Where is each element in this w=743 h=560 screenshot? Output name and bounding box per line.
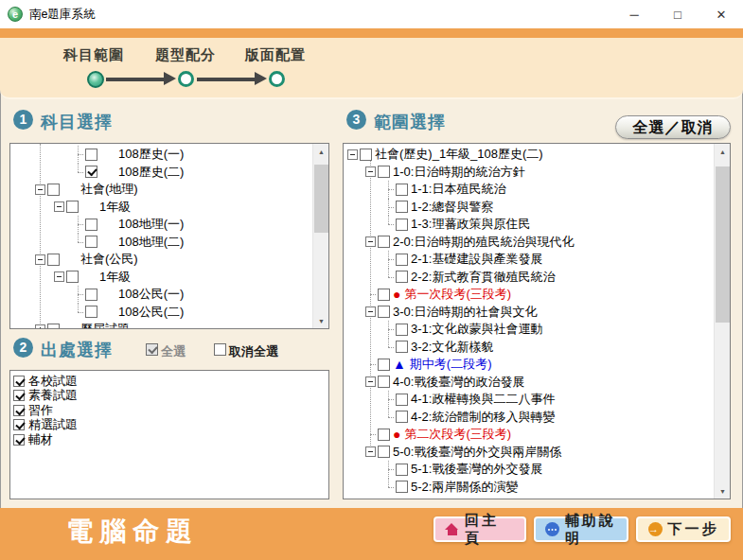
list-item[interactable]: 習作 xyxy=(10,403,328,418)
list-item[interactable]: 精選試題 xyxy=(10,418,328,433)
tree-label[interactable]: 4-1:政權轉換與二二八事件 xyxy=(411,391,555,408)
expand-toggle-icon[interactable] xyxy=(54,201,64,212)
tree-label[interactable]: 1-1:日本殖民統治 xyxy=(411,181,505,198)
tree-label[interactable]: 社會(地理) xyxy=(80,181,138,198)
tree-row[interactable]: 108歷史(一) xyxy=(10,146,312,164)
scroll-down-icon[interactable]: ▼ xyxy=(313,313,329,328)
tree-row[interactable]: 3-1:文化啟蒙與社會運動 xyxy=(344,321,714,339)
checkbox[interactable] xyxy=(47,324,60,328)
tree-row[interactable]: 歷屆試題 xyxy=(10,321,312,328)
checkbox[interactable] xyxy=(396,394,408,406)
expand-toggle-icon[interactable] xyxy=(365,446,376,457)
tree-row[interactable]: 108公民(二) xyxy=(10,304,312,322)
tree-label[interactable]: 108歷史(二) xyxy=(118,164,184,181)
tree-label[interactable]: 4-0:戰後臺灣的政治發展 xyxy=(393,374,524,391)
minimize-icon[interactable]: ─ xyxy=(612,0,656,28)
checkbox[interactable] xyxy=(378,376,390,388)
list-item[interactable]: 輔材 xyxy=(10,432,328,447)
tree-row[interactable]: 社會(地理) xyxy=(10,181,312,199)
tree-row[interactable]: 5-1:戰後臺灣的外交發展 xyxy=(344,461,714,479)
scroll-up-icon[interactable]: ▲ xyxy=(313,144,329,159)
tree-row[interactable]: 1年級 xyxy=(10,269,312,287)
checkbox[interactable] xyxy=(378,359,390,371)
expand-toggle-icon[interactable] xyxy=(35,324,45,328)
checkbox[interactable] xyxy=(85,306,97,318)
expand-toggle-icon[interactable] xyxy=(347,149,358,160)
scroll-up-icon[interactable]: ▲ xyxy=(715,144,731,159)
checkbox[interactable] xyxy=(396,271,408,283)
checkbox[interactable] xyxy=(396,411,408,423)
tree-row[interactable]: 1-1:日本殖民統治 xyxy=(344,181,714,199)
close-icon[interactable]: ✕ xyxy=(699,0,743,28)
tree-row[interactable]: 3-0:日治時期的社會與文化 xyxy=(344,304,714,322)
checkbox[interactable] xyxy=(378,236,390,248)
tree-label[interactable]: 1年級 xyxy=(99,199,131,216)
checkbox[interactable] xyxy=(396,219,408,231)
tree-row[interactable]: 4-2:統治體制的移入與轉變 xyxy=(344,409,714,427)
checkbox[interactable] xyxy=(13,390,25,401)
expand-toggle-icon[interactable] xyxy=(365,376,376,387)
tree-label[interactable]: 第二次段考(三段考) xyxy=(404,426,511,443)
tree-label[interactable]: 期中考(二段考) xyxy=(410,356,492,373)
tree-row[interactable]: 4-0:戰後臺灣的政治發展 xyxy=(344,374,714,392)
tree-row[interactable]: 2-2:新式教育貫徹殖民統治 xyxy=(344,269,714,287)
tree-label[interactable]: 108歷史(一) xyxy=(118,146,184,163)
subject-tree-scrollbar[interactable]: ▲ ▼ xyxy=(312,144,328,328)
checkbox[interactable] xyxy=(85,289,97,301)
expand-toggle-icon[interactable] xyxy=(54,271,64,282)
list-item[interactable]: 各校試題 xyxy=(10,374,328,389)
checkbox[interactable] xyxy=(378,446,390,458)
tree-label[interactable]: 2-1:基礎建設與產業發展 xyxy=(411,251,542,268)
tree-row[interactable]: 108地理(一) xyxy=(10,216,312,234)
tree-row[interactable]: 4-1:政權轉換與二二八事件 xyxy=(344,391,714,409)
tree-label[interactable]: 108公民(一) xyxy=(118,286,184,303)
checkbox[interactable] xyxy=(378,306,390,318)
checkbox[interactable] xyxy=(85,236,97,248)
tree-label[interactable]: 4-2:統治體制的移入與轉變 xyxy=(411,409,555,426)
expand-toggle-icon[interactable] xyxy=(365,166,376,177)
tree-row[interactable]: 108歷史(二) xyxy=(10,164,312,182)
tree-label[interactable]: 108地理(一) xyxy=(118,216,184,233)
checkbox[interactable] xyxy=(396,254,408,266)
home-button[interactable]: 回主頁 xyxy=(433,516,526,542)
checkbox[interactable] xyxy=(85,149,97,161)
checkbox[interactable] xyxy=(396,201,408,213)
select-all-checkbox[interactable] xyxy=(146,343,158,356)
expand-toggle-icon[interactable] xyxy=(35,254,45,265)
checkbox[interactable] xyxy=(378,429,390,441)
scrollbar-thumb[interactable] xyxy=(716,166,730,323)
tree-label[interactable]: 1-2:總督與警察 xyxy=(411,199,493,216)
tree-label[interactable]: 社會(公民) xyxy=(80,251,138,268)
tree-row[interactable]: 108地理(二) xyxy=(10,234,312,252)
tree-label[interactable]: 5-1:戰後臺灣的外交發展 xyxy=(411,461,542,478)
expand-toggle-icon[interactable] xyxy=(365,236,376,247)
tree-row[interactable]: ▲期中考(二段考) xyxy=(344,356,714,374)
tree-row[interactable]: 1年級 xyxy=(10,199,312,217)
checkbox[interactable] xyxy=(13,405,25,416)
checkbox[interactable] xyxy=(396,341,408,353)
checkbox[interactable] xyxy=(396,481,408,493)
tree-label[interactable]: 1-0:日治時期的統治方針 xyxy=(393,164,524,181)
tree-label[interactable]: 3-0:日治時期的社會與文化 xyxy=(393,304,537,321)
list-item[interactable]: 素養試題 xyxy=(10,389,328,404)
checkbox[interactable] xyxy=(66,201,79,213)
expand-toggle-icon[interactable] xyxy=(35,184,45,195)
tree-row[interactable]: 社會(歷史)_1年級_108歷史(二) xyxy=(344,146,714,164)
scrollbar-thumb[interactable] xyxy=(314,165,328,233)
next-step-button[interactable]: 下一步 xyxy=(636,516,731,542)
expand-toggle-icon[interactable] xyxy=(365,306,376,317)
checkbox[interactable] xyxy=(85,166,97,178)
checkbox[interactable] xyxy=(360,149,372,161)
tree-label[interactable]: 歷屆試題 xyxy=(80,321,130,328)
tree-row[interactable]: 3-2:文化新樣貌 xyxy=(344,339,714,357)
range-tree-scrollbar[interactable]: ▲ ▼ xyxy=(714,144,730,499)
tree-label[interactable]: 1年級 xyxy=(99,269,131,286)
deselect-all-checkbox[interactable] xyxy=(214,343,226,356)
checkbox[interactable] xyxy=(66,271,79,283)
checkbox[interactable] xyxy=(378,289,390,301)
help-button[interactable]: 輔助說明 xyxy=(534,516,628,542)
checkbox[interactable] xyxy=(85,219,97,231)
tree-label[interactable]: 1-3:理蕃政策與原住民 xyxy=(411,216,530,233)
tree-label[interactable]: 社會(歷史)_1年級_108歷史(二) xyxy=(375,146,543,163)
tree-label[interactable]: 3-1:文化啟蒙與社會運動 xyxy=(411,321,542,338)
